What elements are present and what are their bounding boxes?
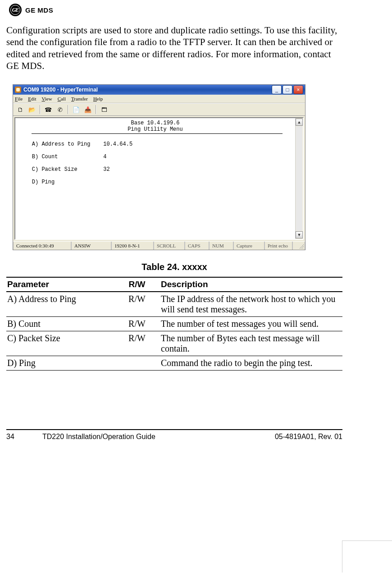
resize-grip-icon[interactable] bbox=[292, 242, 305, 250]
page-footer: 34 TD220 Installation/Operation Guide 05… bbox=[6, 433, 342, 441]
terminal-row-c: C) Packet Size 32 bbox=[19, 166, 292, 173]
footer-title: TD220 Installation/Operation Guide bbox=[24, 433, 275, 441]
scroll-down-icon[interactable]: ▼ bbox=[296, 231, 303, 238]
status-connected: Connected 0:30:49 bbox=[13, 242, 71, 250]
terminal-client-area: Base 10.4.199.6Ping Utility Menu A) Addr… bbox=[13, 116, 305, 241]
send-icon[interactable]: 📄 bbox=[71, 104, 82, 115]
menu-bar: File Edit View Call Transfer Help bbox=[13, 95, 305, 103]
table-row: B) Count R/W The number of test messages… bbox=[6, 317, 342, 331]
disconnect-icon[interactable]: ✆ bbox=[55, 104, 65, 115]
hyperterminal-window: COM9 19200 - HyperTerminal _ □ × File Ed… bbox=[13, 84, 305, 250]
vertical-scrollbar[interactable]: ▲ ▼ bbox=[295, 118, 303, 239]
cell-param: B) Count bbox=[6, 317, 116, 331]
cell-rw: R/W bbox=[116, 331, 160, 356]
menu-help[interactable]: Help bbox=[93, 96, 103, 101]
ge-monogram-icon: GE bbox=[9, 4, 22, 16]
menu-view[interactable]: View bbox=[41, 96, 52, 101]
status-emulation: ANSIW bbox=[71, 242, 111, 250]
status-scroll: SCROLL bbox=[154, 242, 185, 250]
terminal-frame: Base 10.4.199.6Ping Utility Menu A) Addr… bbox=[14, 117, 304, 240]
cell-desc: Command the radio to begin the ping test… bbox=[160, 356, 342, 371]
toolbar: 🗋 📂 ☎ ✆ 📄 📥 🗔 bbox=[13, 103, 305, 116]
terminal-row-a: A) Address to Ping 10.4.64.5 bbox=[19, 141, 292, 147]
terminal-row-b: B) Count 4 bbox=[19, 154, 292, 160]
menu-file[interactable]: File bbox=[15, 96, 23, 101]
status-printecho: Print echo bbox=[264, 242, 292, 250]
status-port: 19200 8-N-1 bbox=[111, 242, 154, 250]
footer-page-number: 34 bbox=[6, 433, 24, 441]
col-desc: Description bbox=[160, 277, 342, 292]
toolbar-sep-3 bbox=[96, 105, 96, 114]
table-row: C) Packet Size R/W The number of Bytes e… bbox=[6, 331, 342, 356]
status-bar: Connected 0:30:49 ANSIW 19200 8-N-1 SCRO… bbox=[13, 241, 305, 250]
receive-icon[interactable]: 📥 bbox=[82, 104, 93, 115]
cell-desc: The number of test messages you will sen… bbox=[160, 317, 342, 331]
status-capture: Capture bbox=[233, 242, 264, 250]
new-file-icon[interactable]: 🗋 bbox=[15, 104, 26, 115]
terminal-row-d: D) Ping bbox=[19, 179, 292, 185]
cell-param: D) Ping bbox=[6, 356, 116, 371]
window-titlebar[interactable]: COM9 19200 - HyperTerminal _ □ × bbox=[13, 85, 305, 95]
close-button[interactable]: × bbox=[293, 85, 303, 94]
scroll-up-icon[interactable]: ▲ bbox=[296, 119, 303, 126]
table-row: D) Ping Command the radio to begin the p… bbox=[6, 356, 342, 371]
open-file-icon[interactable]: 📂 bbox=[27, 104, 37, 115]
minimize-button[interactable]: _ bbox=[272, 85, 282, 94]
status-num: NUM bbox=[209, 242, 233, 250]
terminal-rule bbox=[32, 133, 283, 134]
connect-icon[interactable]: ☎ bbox=[43, 104, 54, 115]
properties-icon[interactable]: 🗔 bbox=[99, 104, 109, 115]
page-corner-mark bbox=[342, 540, 392, 572]
window-buttons: _ □ × bbox=[272, 85, 303, 94]
maximize-button[interactable]: □ bbox=[283, 85, 292, 94]
cell-rw: R/W bbox=[116, 292, 160, 317]
table-caption: Table 24. xxxxx bbox=[6, 262, 342, 272]
terminal-header-2: Ping Utility Menu bbox=[19, 126, 292, 133]
terminal-output[interactable]: Base 10.4.199.6Ping Utility Menu A) Addr… bbox=[15, 118, 295, 239]
cell-desc: The number of Bytes each test message wi… bbox=[160, 331, 342, 356]
brand-text: GE MDS bbox=[25, 6, 53, 14]
status-caps: CAPS bbox=[185, 242, 209, 250]
cell-rw bbox=[116, 356, 160, 371]
ge-monogram-text: GE bbox=[12, 7, 19, 13]
footer-rule bbox=[6, 429, 342, 430]
col-rw: R/W bbox=[116, 277, 160, 292]
cell-param: A) Address to Ping bbox=[6, 292, 116, 317]
document-page: GE GE MDS Configuration scripts are used… bbox=[0, 0, 392, 586]
scroll-track[interactable] bbox=[296, 126, 302, 231]
terminal-header-1: Base 10.4.199.6 bbox=[19, 120, 292, 126]
table-header-row: Parameter R/W Description bbox=[6, 277, 342, 292]
app-icon bbox=[15, 87, 21, 93]
intro-paragraph: Configuration scripts are used to store … bbox=[6, 24, 342, 72]
cell-rw: R/W bbox=[116, 317, 160, 331]
col-parameter: Parameter bbox=[6, 277, 116, 292]
parameters-table: Parameter R/W Description A) Address to … bbox=[6, 277, 342, 371]
footer-revision: 05-4819A01, Rev. 01 bbox=[275, 433, 342, 441]
toolbar-sep-1 bbox=[40, 105, 41, 114]
cell-desc: The IP address of the network host to wh… bbox=[160, 292, 342, 317]
menu-transfer[interactable]: Transfer bbox=[71, 96, 88, 101]
table-row: A) Address to Ping R/W The IP address of… bbox=[6, 292, 342, 317]
menu-call[interactable]: Call bbox=[58, 96, 66, 101]
cell-param: C) Packet Size bbox=[6, 331, 116, 356]
brand-logo: GE GE MDS bbox=[9, 4, 342, 16]
toolbar-sep-2 bbox=[68, 105, 68, 114]
window-title: COM9 19200 - HyperTerminal bbox=[23, 87, 272, 93]
menu-edit[interactable]: Edit bbox=[28, 96, 36, 101]
